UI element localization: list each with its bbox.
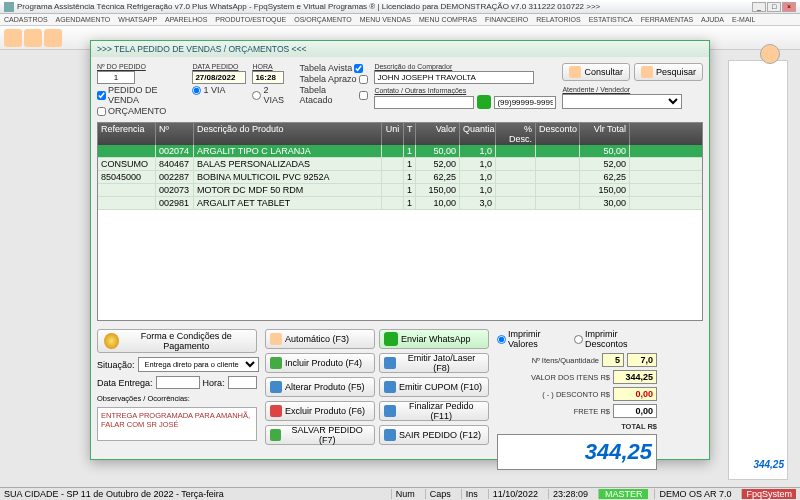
delete-icon [270, 405, 282, 417]
itens-count: 5 [602, 353, 624, 367]
frete-value[interactable]: 0,00 [613, 404, 657, 418]
menu-cadastros[interactable]: CADASTROS [4, 16, 48, 23]
cupom-button[interactable]: Emitir CUPOM (F10) [379, 377, 489, 397]
no-pedido-input[interactable] [97, 71, 135, 84]
col-referencia[interactable]: Referencia [98, 123, 156, 145]
status-time: 23:28:09 [548, 489, 592, 499]
atendente-label: Atendente / Vendedor [562, 86, 703, 93]
flag-icon [384, 405, 396, 417]
window-title: Programa Assistência Técnica Refrigeraçã… [17, 2, 600, 11]
consultar-button[interactable]: Consultar [562, 63, 630, 81]
menu-aparelhos[interactable]: APARELHOS [165, 16, 207, 23]
tabela-atacado-check[interactable] [359, 91, 368, 100]
col-valor[interactable]: Valor [416, 123, 460, 145]
data-entrega-label: Data Entrega: [97, 378, 153, 388]
whatsapp-icon[interactable] [477, 95, 491, 109]
pesquisar-button[interactable]: Pesquisar [634, 63, 703, 81]
table-row[interactable]: CONSUMO840467BALAS PERSONALIZADAS152,001… [98, 158, 702, 171]
col-desconto[interactable]: Desconto [536, 123, 580, 145]
menu-bar: CADASTROS AGENDAMENTO WHATSAPP APARELHOS… [0, 14, 800, 26]
table-row[interactable]: 002981ARGALIT AET TABLET110,003,030,00 [98, 197, 702, 210]
status-ins: Ins [461, 489, 482, 499]
valor-itens: 344,25 [613, 370, 657, 384]
jato-button[interactable]: Emitir Jato/Laser (F8) [379, 353, 489, 373]
whatsapp-icon [384, 332, 398, 346]
menu-compras[interactable]: MENU COMPRAS [419, 16, 477, 23]
background-total: 344,25 [753, 459, 784, 470]
comprador-input[interactable] [374, 71, 534, 84]
menu-vendas[interactable]: MENU VENDAS [360, 16, 411, 23]
menu-email[interactable]: E-MAIL [732, 16, 755, 23]
data-entrega-input[interactable] [156, 376, 200, 389]
contato-input[interactable] [374, 96, 474, 109]
toolbar-icon[interactable] [24, 29, 42, 47]
tabela-atacado-label: Tabela Atacado [299, 85, 357, 105]
menu-produto[interactable]: PRODUTO/ESTOQUE [215, 16, 286, 23]
incluir-button[interactable]: Incluir Produto (F4) [265, 353, 375, 373]
via2-label: 2 VIAS [263, 85, 289, 105]
maximize-button[interactable]: □ [767, 2, 781, 12]
via1-radio[interactable] [192, 86, 201, 95]
data-pedido-input[interactable] [192, 71, 246, 84]
itens-label: Nº Itens/Quantidade [532, 356, 599, 365]
col-total[interactable]: Vlr Total [580, 123, 630, 145]
receipt-icon [384, 381, 396, 393]
imprimir-valores-radio[interactable] [497, 335, 506, 344]
status-bar: SUA CIDADE - SP 11 de Outubro de 2022 - … [0, 487, 800, 500]
orcamento-check[interactable] [97, 107, 106, 116]
sair-button[interactable]: SAIR PEDIDO (F12) [379, 425, 489, 445]
frete-label: FRETE R$ [574, 407, 610, 416]
orcamento-label: ORÇAMENTO [108, 106, 166, 116]
close-button[interactable]: × [782, 2, 796, 12]
toolbar-icon[interactable] [4, 29, 22, 47]
col-descricao[interactable]: Descrição do Produto [194, 123, 382, 145]
col-pdesc[interactable]: % Desc. [496, 123, 536, 145]
via2-radio[interactable] [252, 91, 261, 100]
col-uni[interactable]: Uni [382, 123, 404, 145]
status-date: 11/10/2022 [488, 489, 542, 499]
situacao-select[interactable]: Entrega direto para o cliente [138, 357, 259, 372]
col-no[interactable]: Nº [156, 123, 194, 145]
col-t[interactable]: T [404, 123, 416, 145]
menu-relatorios[interactable]: RELATORIOS [536, 16, 580, 23]
menu-estatistica[interactable]: ESTATISTICA [589, 16, 633, 23]
menu-financeiro[interactable]: FINANCEIRO [485, 16, 528, 23]
toolbar-icon[interactable] [44, 29, 62, 47]
salvar-button[interactable]: SALVAR PEDIDO (F7) [265, 425, 375, 445]
atendente-select[interactable] [562, 94, 682, 109]
situacao-label: Situação: [97, 360, 135, 370]
comprador-label: Descrição do Comprador [374, 63, 556, 70]
col-quantia[interactable]: Quantia [460, 123, 496, 145]
total-label: TOTAL R$ [621, 422, 657, 431]
table-row[interactable]: 002074ARGALIT TIPO C LARANJA150,001,050,… [98, 145, 702, 158]
whatsapp-button[interactable]: Enviar WhatsApp [379, 329, 489, 349]
alterar-button[interactable]: Alterar Produto (F5) [265, 377, 375, 397]
tabela-aprazo-check[interactable] [359, 75, 368, 84]
printer-icon [384, 357, 396, 369]
table-row[interactable]: 85045000002287BOBINA MULTICOIL PVC 9252A… [98, 171, 702, 184]
pedido-venda-check[interactable] [97, 91, 106, 100]
excluir-button[interactable]: Excluir Produto (F6) [265, 401, 375, 421]
payment-terms-button[interactable]: Forma e Condições de Pagamento [97, 329, 257, 353]
next-arrow-icon[interactable] [760, 44, 780, 64]
finalizar-button[interactable]: Finalizar Pedido (F11) [379, 401, 489, 421]
hora-label: HORA [252, 63, 289, 70]
obs-textarea[interactable]: ENTREGA PROGRAMADA PARA AMANHÃ, FALAR CO… [97, 407, 257, 441]
hora-entrega-input[interactable] [228, 376, 257, 389]
automatico-button[interactable]: Automático (F3) [265, 329, 375, 349]
fone-input[interactable] [494, 96, 556, 109]
obs-label: Observações / Ocorrências: [97, 394, 190, 403]
menu-ferramentas[interactable]: FERRAMENTAS [641, 16, 693, 23]
imprimir-descontos-radio[interactable] [574, 335, 583, 344]
app-icon [4, 2, 14, 12]
menu-ajuda[interactable]: AJUDA [701, 16, 724, 23]
table-row[interactable]: 002073MOTOR DC MDF 50 RDM1150,001,0150,0… [98, 184, 702, 197]
tabela-avista-check[interactable] [354, 64, 363, 73]
minimize-button[interactable]: _ [752, 2, 766, 12]
hora-input[interactable] [252, 71, 284, 84]
barcode-icon [270, 333, 282, 345]
menu-os[interactable]: OS/ORÇAMENTO [294, 16, 351, 23]
menu-whatsapp[interactable]: WHATSAPP [118, 16, 157, 23]
menu-agendamento[interactable]: AGENDAMENTO [56, 16, 111, 23]
sales-order-modal: >>> TELA PEDIDO DE VENDAS / ORÇAMENTOS <… [90, 40, 710, 460]
